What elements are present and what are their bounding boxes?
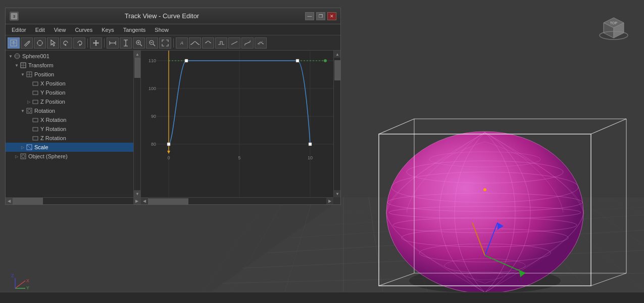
toolbar-tangent-flat[interactable]	[202, 37, 214, 49]
curve-hscroll-track[interactable]	[148, 198, 326, 204]
menu-edit[interactable]: Edit	[31, 26, 49, 34]
toolbar-draw[interactable]	[21, 37, 33, 49]
window-title: Track View - Curve Editor	[19, 12, 305, 20]
tree-scroll-track[interactable]	[134, 58, 140, 190]
tree-hscroll-thumb[interactable]	[13, 198, 43, 204]
tree-hscroll-right[interactable]: ▶	[133, 198, 140, 205]
tree-item-position[interactable]: ▼ Position	[6, 70, 133, 79]
toolbar-tangent-a[interactable]: A	[176, 37, 188, 49]
rotation-icon	[26, 107, 33, 114]
tree-item-transform[interactable]: ▼ Transform	[6, 61, 133, 70]
svg-rect-133	[185, 59, 188, 62]
restore-button[interactable]: ❐	[316, 12, 325, 20]
window-titlebar[interactable]: 3 Track View - Curve Editor — ❐ ✕	[6, 8, 340, 24]
scale-icon	[26, 144, 33, 151]
toolbar-zoom-in[interactable]	[133, 37, 145, 49]
toolbar-tangent-step[interactable]	[215, 37, 227, 49]
tree-item-z-pos-label: Z Position	[40, 99, 65, 105]
tree-vscroll[interactable]: ▲ ▼	[133, 51, 140, 197]
expander-empty	[26, 126, 32, 132]
curve-hscroll[interactable]: ◀ ▶	[141, 197, 333, 204]
toolbar-select[interactable]	[47, 37, 59, 49]
status-bar	[0, 292, 644, 303]
toolbar-tangent-extra[interactable]	[255, 37, 267, 49]
tree-hscroll[interactable]: ◀ ▶	[6, 197, 140, 204]
tree-item-x-position[interactable]: X Position	[6, 79, 133, 88]
tree-item-y-pos-label: Y Position	[40, 90, 65, 96]
svg-text:90: 90	[151, 114, 156, 119]
toolbar-rotate-left[interactable]	[60, 37, 72, 49]
toolbar-rotate-right[interactable]	[73, 37, 85, 49]
menu-show[interactable]: Show	[151, 26, 173, 34]
tree-item-object-sphere[interactable]: ▷ Object (Sphere)	[6, 152, 133, 161]
toolbar-pan[interactable]	[90, 37, 102, 49]
svg-rect-108	[33, 118, 38, 122]
tree-item-sphere001[interactable]: ▼ Sphere001	[6, 52, 133, 61]
tree-item-z-position[interactable]: ▷ Z Position	[6, 97, 133, 106]
close-button[interactable]: ✕	[327, 12, 336, 20]
toolbar-maximize[interactable]	[159, 37, 171, 49]
tree-item-y-position[interactable]: Y Position	[6, 88, 133, 97]
svg-text:TOP: TOP	[610, 21, 618, 25]
curve-hscroll-right[interactable]: ▶	[326, 198, 333, 204]
tree-item-z-rot-label: Z Rotation	[40, 135, 66, 141]
tree-scroll-thumb[interactable]	[134, 58, 140, 78]
toolbar-fit-h[interactable]	[107, 37, 119, 49]
curve-hscroll-thumb[interactable]	[148, 198, 188, 204]
toolbar-tangent-custom[interactable]	[241, 37, 254, 49]
curve-vscroll-track[interactable]	[334, 58, 340, 190]
svg-point-44	[483, 188, 486, 191]
svg-rect-106	[27, 108, 32, 113]
menu-keys[interactable]: Keys	[97, 26, 118, 34]
svg-point-23	[386, 132, 583, 293]
curve-area[interactable]: 110 100 90 80 0 5 10	[141, 51, 340, 204]
svg-point-96	[15, 55, 20, 57]
svg-rect-115	[141, 51, 340, 204]
curve-vscroll-thumb[interactable]	[334, 60, 340, 80]
toolbar-select-object[interactable]	[34, 37, 46, 49]
tree-item-z-rotation[interactable]: Z Rotation	[6, 134, 133, 143]
expander-object[interactable]: ▷	[14, 153, 20, 159]
tree-item-rotation[interactable]: ▼ Rotation	[6, 106, 133, 115]
svg-rect-136	[167, 143, 170, 146]
tree-scroll-down[interactable]: ▼	[134, 190, 140, 197]
svg-point-68	[37, 40, 42, 46]
tree-scroll-up[interactable]: ▲	[134, 51, 140, 58]
menu-curves[interactable]: Curves	[71, 26, 96, 34]
tree-item-scale[interactable]: ▷ Scale	[6, 143, 133, 152]
tree-hscroll-track[interactable]	[13, 198, 133, 204]
track-icon-x-rot	[32, 116, 39, 123]
menu-editor[interactable]: Editor	[8, 26, 30, 34]
tree-item-y-rotation[interactable]: Y Rotation	[6, 124, 133, 134]
svg-rect-104	[33, 91, 38, 95]
expander-rotation[interactable]: ▼	[20, 108, 26, 114]
curve-hscroll-left[interactable]: ◀	[141, 198, 148, 204]
svg-rect-103	[33, 82, 38, 85]
toolbar-tangent-smooth[interactable]	[189, 37, 201, 49]
toolbar-fit-v[interactable]	[120, 37, 132, 49]
minimize-button[interactable]: —	[305, 12, 314, 20]
tree-item-object-label: Object (Sphere)	[28, 153, 68, 159]
tree-item-transform-label: Transform	[28, 62, 54, 68]
window-controls: — ❐ ✕	[305, 12, 336, 20]
expander-position[interactable]: ▼	[20, 71, 26, 77]
tree-item-x-rotation[interactable]: X Rotation	[6, 115, 133, 124]
svg-text:80: 80	[151, 142, 156, 147]
svg-text:100: 100	[148, 86, 156, 91]
curve-vscroll-down[interactable]: ▼	[334, 190, 340, 197]
curve-vscroll[interactable]: ▲ ▼	[333, 51, 340, 197]
toolbar-zoom-out[interactable]	[146, 37, 158, 49]
expander-sphere001[interactable]: ▼	[8, 53, 14, 59]
svg-rect-109	[33, 127, 38, 131]
expander-empty	[26, 80, 32, 86]
menu-view[interactable]: View	[50, 26, 70, 34]
svg-rect-113	[21, 154, 26, 159]
nav-cube[interactable]: TOP	[599, 10, 629, 40]
toolbar-tangent-linear[interactable]	[228, 37, 240, 49]
tree-hscroll-left[interactable]: ◀	[6, 198, 13, 205]
menu-tangents[interactable]: Tangents	[119, 26, 150, 34]
expander-scale[interactable]: ▷	[20, 144, 26, 150]
toolbar-move-keys[interactable]	[8, 37, 20, 49]
expander-transform[interactable]: ▼	[14, 62, 20, 68]
curve-vscroll-up[interactable]: ▲	[334, 51, 340, 58]
